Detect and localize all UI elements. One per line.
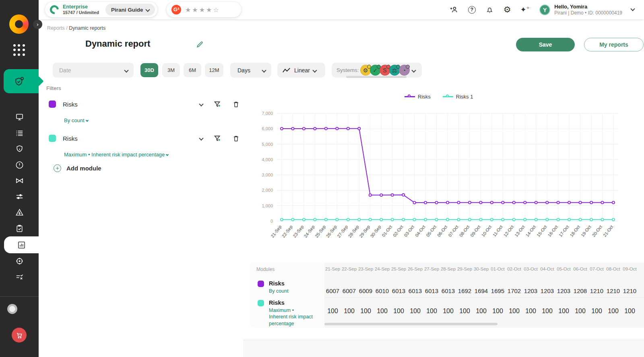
range-button-6m[interactable]: 6M bbox=[184, 63, 201, 77]
filters-label: Filters bbox=[46, 85, 61, 91]
edit-title-button[interactable] bbox=[196, 41, 204, 48]
table-column-header: 21-Sep bbox=[324, 267, 341, 271]
date-select[interactable]: Date bbox=[53, 63, 134, 78]
granularity-select[interactable]: Days bbox=[230, 63, 271, 78]
svg-text:03-Oct: 03-Oct bbox=[403, 224, 415, 238]
range-button-12m[interactable]: 12M bbox=[205, 63, 223, 77]
table-cell: 100 bbox=[572, 308, 588, 315]
chevron-down-icon bbox=[146, 7, 150, 12]
sidebar-item-checklist-x[interactable] bbox=[0, 269, 39, 285]
rating-stars[interactable]: ★★★★☆ bbox=[185, 6, 220, 14]
module-expand-chevron-icon[interactable] bbox=[199, 102, 203, 106]
systems-scrollbar[interactable] bbox=[346, 76, 407, 78]
filter-toolbar: Date 30D3M6M12M Days Linear Systems: ⚙✓S… bbox=[39, 63, 644, 78]
user-menu-chevron-icon[interactable] bbox=[630, 6, 635, 11]
sidebar-nav bbox=[0, 109, 39, 285]
chevron-down-icon bbox=[411, 68, 416, 72]
shield-check-system-icon[interactable]: ✓ bbox=[370, 65, 381, 76]
apps-grid-icon[interactable] bbox=[13, 44, 25, 56]
meter-system-icon[interactable]: ◔ bbox=[399, 65, 410, 76]
sidebar-item-records-list[interactable] bbox=[0, 125, 39, 142]
user-avatar[interactable]: Y bbox=[539, 4, 550, 15]
table-cell: 6010 bbox=[374, 287, 390, 294]
sidebar-item-alert-circle[interactable] bbox=[0, 157, 39, 173]
sidebar-item-desktop[interactable] bbox=[0, 109, 39, 125]
sidebar-expand-button[interactable]: › bbox=[33, 20, 42, 29]
range-button-30d[interactable]: 30D bbox=[140, 63, 158, 77]
svg-text:30-Sep: 30-Sep bbox=[369, 224, 382, 238]
help-icon: ? bbox=[468, 6, 476, 14]
add-filter-icon[interactable] bbox=[213, 100, 222, 109]
add-module-button[interactable]: + Add module bbox=[54, 164, 101, 172]
svg-text:10-Oct: 10-Oct bbox=[481, 224, 493, 238]
line-chart-icon bbox=[282, 67, 291, 74]
breadcrumb[interactable]: Reports / Dynamic reports bbox=[47, 25, 105, 31]
sidebar-item-shield-info[interactable] bbox=[0, 141, 39, 157]
sidebar-item-clipboard-check[interactable] bbox=[0, 221, 39, 237]
table-cell: 100 bbox=[456, 308, 473, 315]
delete-module-icon[interactable] bbox=[232, 100, 240, 109]
target-icon bbox=[15, 256, 24, 266]
legend-item-0[interactable]: Risks bbox=[405, 94, 431, 100]
clipboard-check-icon bbox=[15, 224, 24, 233]
chevron-down-icon bbox=[262, 68, 266, 72]
module-expand-chevron-icon[interactable] bbox=[199, 136, 203, 140]
save-button[interactable]: Save bbox=[516, 38, 575, 51]
svg-text:05-Oct: 05-Oct bbox=[425, 224, 437, 238]
table-horizontal-scrollbar[interactable] bbox=[324, 323, 497, 325]
my-reports-button[interactable]: My reports bbox=[584, 38, 644, 51]
table-data-area[interactable]: 21-Sep22-Sep23-Sep24-Sep25-Sep26-Sep27-S… bbox=[324, 263, 644, 328]
svg-text:26-Sep: 26-Sep bbox=[325, 224, 338, 238]
chart-plot[interactable]: 01,0002,0003,0004,0005,0006,0007,00021-S… bbox=[254, 109, 640, 249]
svg-text:06-Oct: 06-Oct bbox=[436, 224, 448, 238]
sidebar-active-module-shield[interactable] bbox=[4, 69, 39, 93]
breadcrumb-section[interactable]: Reports bbox=[47, 25, 65, 31]
cart-button[interactable] bbox=[12, 328, 27, 343]
svg-text:02-Oct: 02-Oct bbox=[392, 224, 404, 238]
sidebar-item-sliders[interactable] bbox=[0, 189, 39, 205]
bottom-band bbox=[243, 340, 644, 357]
plan-pill[interactable]: Enterprise 15747 / Unlimited Pirani Guid… bbox=[45, 2, 157, 17]
gear-system-icon[interactable]: ⚙ bbox=[360, 65, 371, 76]
legend-item-1[interactable]: Risks 1 bbox=[443, 94, 473, 100]
table-column-header: 09-Oct bbox=[621, 267, 638, 271]
table-modules-column: Modules Risks By count Risks Maximum • I… bbox=[250, 263, 324, 328]
bell-icon bbox=[485, 6, 494, 14]
table-cell: 6009 bbox=[357, 287, 374, 294]
svg-text:0: 0 bbox=[270, 219, 273, 224]
table-cell: 1210 bbox=[605, 287, 621, 294]
delete-module-icon[interactable] bbox=[232, 134, 240, 143]
module-name: Risks bbox=[63, 135, 200, 142]
user-greeting: Hello, Yomira bbox=[554, 4, 622, 10]
table-row-label: Risks Maximum • Inherent risk impact per… bbox=[258, 300, 313, 327]
add-filter-icon[interactable] bbox=[213, 134, 222, 143]
sidebar-divider bbox=[0, 296, 39, 297]
table-column-header: 04-Oct bbox=[539, 267, 555, 271]
table-cell: 6013 bbox=[390, 287, 407, 294]
module-metric-link[interactable]: Maximum • Inherent risk impact percentag… bbox=[64, 152, 168, 158]
module-metric-link[interactable]: By count bbox=[64, 117, 88, 123]
guide-dropdown[interactable]: Pirani Guide bbox=[105, 4, 155, 16]
gavel-system-icon[interactable]: ⚖ bbox=[389, 65, 400, 76]
settings-button[interactable]: ⚙ bbox=[498, 0, 516, 19]
svg-text:23-Sep: 23-Sep bbox=[292, 224, 304, 238]
table-column-header: 30-Sep bbox=[473, 267, 489, 271]
sidebar-item-bowtie[interactable] bbox=[0, 173, 39, 189]
range-button-3m[interactable]: 3M bbox=[162, 63, 180, 77]
table-column-header: 07-Oct bbox=[588, 267, 605, 271]
rating-pill[interactable]: G² ★★★★☆ bbox=[167, 2, 241, 17]
sidebar-item-warning-bolt[interactable] bbox=[0, 205, 39, 221]
currency-system-icon[interactable]: S bbox=[380, 65, 390, 76]
invite-user-button[interactable] bbox=[445, 0, 463, 19]
notifications-button[interactable] bbox=[481, 0, 498, 19]
systems-filter[interactable]: Systems: ⚙✓S⚖◔ bbox=[332, 63, 422, 78]
table-cell: 100 bbox=[407, 308, 423, 315]
sidebar-item-bar-chart[interactable] bbox=[4, 236, 39, 253]
help-button[interactable]: ? bbox=[463, 0, 481, 19]
sidebar-item-target[interactable] bbox=[0, 253, 39, 269]
sidebar-footer-badge[interactable] bbox=[7, 304, 17, 314]
svg-text:21-Sep: 21-Sep bbox=[270, 224, 282, 238]
assistant-button[interactable]: ✦✧ bbox=[516, 0, 534, 19]
chart-type-select[interactable]: Linear bbox=[277, 63, 325, 78]
table-cell: 6013 bbox=[423, 287, 440, 294]
